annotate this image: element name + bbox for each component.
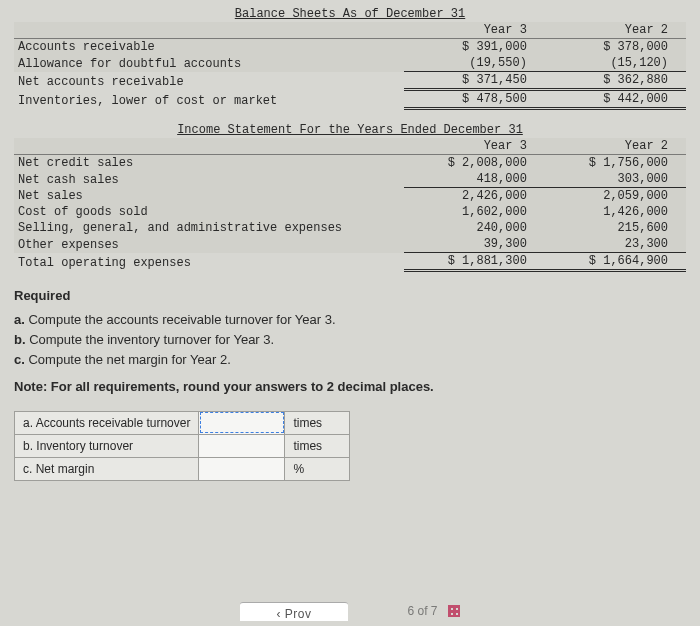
income-title: Income Statement For the Years Ended Dec…: [14, 122, 686, 138]
answer-input-cell[interactable]: [199, 457, 285, 480]
row-val: $ 2,008,000: [404, 155, 545, 172]
table-row: a. Accounts receivable turnover times: [15, 411, 350, 434]
balance-col-year2: Year 2: [545, 22, 686, 39]
answer-input-cell[interactable]: [199, 434, 285, 457]
row-val: $ 378,000: [545, 39, 686, 56]
row-label: Allowance for doubtful accounts: [14, 55, 404, 72]
page-indicator: 6 of 7: [408, 604, 460, 618]
income-statement-table: Income Statement For the Years Ended Dec…: [14, 122, 686, 272]
grid-icon[interactable]: [448, 605, 460, 617]
net-margin-input[interactable]: [199, 459, 284, 479]
answer-input-cell[interactable]: [199, 411, 285, 434]
row-val: 2,059,000: [545, 188, 686, 205]
row-label: Cost of goods sold: [14, 204, 404, 220]
row-label: Net cash sales: [14, 171, 404, 188]
ar-turnover-input[interactable]: [199, 413, 284, 433]
row-val: $ 1,756,000: [545, 155, 686, 172]
required-c: c. Compute the net margin for Year 2.: [14, 350, 686, 370]
row-val: 23,300: [545, 236, 686, 253]
balance-col-year3: Year 3: [404, 22, 545, 39]
answer-label: b. Inventory turnover: [15, 434, 199, 457]
balance-title: Balance Sheets As of December 31: [14, 6, 686, 22]
required-note: Note: For all requirements, round your a…: [14, 377, 686, 397]
row-label: Accounts receivable: [14, 39, 404, 56]
row-val: 1,602,000: [404, 204, 545, 220]
table-row: c. Net margin %: [15, 457, 350, 480]
income-col-year2: Year 2: [545, 138, 686, 155]
row-label: Net accounts receivable: [14, 72, 404, 90]
answer-unit: times: [285, 434, 350, 457]
required-block: Required a. a. Compute the accounts rece…: [14, 286, 686, 397]
row-label: Net sales: [14, 188, 404, 205]
answer-table: a. Accounts receivable turnover times b.…: [14, 411, 350, 481]
row-val: $ 1,881,300: [404, 253, 545, 271]
row-val: 418,000: [404, 171, 545, 188]
row-val: (15,120): [545, 55, 686, 72]
row-label: Net credit sales: [14, 155, 404, 172]
income-col-year3: Year 3: [404, 138, 545, 155]
answer-label: a. Accounts receivable turnover: [15, 411, 199, 434]
required-b: b. Compute the inventory turnover for Ye…: [14, 330, 686, 350]
required-a: a. a. Compute the accounts receivable tu…: [14, 310, 686, 330]
row-val: 215,600: [545, 220, 686, 236]
balance-sheets-table: Balance Sheets As of December 31 Year 3 …: [14, 6, 686, 110]
row-val: $ 442,000: [545, 90, 686, 109]
row-val: 303,000: [545, 171, 686, 188]
row-val: $ 391,000: [404, 39, 545, 56]
answer-label: c. Net margin: [15, 457, 199, 480]
row-val: $ 1,664,900: [545, 253, 686, 271]
footer: ‹ Prov 6 of 7: [0, 596, 700, 626]
row-val: (19,550): [404, 55, 545, 72]
row-val: $ 371,450: [404, 72, 545, 90]
prev-button[interactable]: ‹ Prov: [240, 602, 347, 621]
answer-unit: %: [285, 457, 350, 480]
answer-unit: times: [285, 411, 350, 434]
required-heading: Required: [14, 286, 686, 306]
row-val: $ 362,880: [545, 72, 686, 90]
row-label: Inventories, lower of cost or market: [14, 90, 404, 109]
row-val: 39,300: [404, 236, 545, 253]
row-val: 2,426,000: [404, 188, 545, 205]
table-row: b. Inventory turnover times: [15, 434, 350, 457]
row-label: Total operating expenses: [14, 253, 404, 271]
chevron-left-icon: ‹: [276, 607, 281, 621]
inventory-turnover-input[interactable]: [199, 436, 284, 456]
row-val: $ 478,500: [404, 90, 545, 109]
row-label: Other expenses: [14, 236, 404, 253]
row-val: 240,000: [404, 220, 545, 236]
row-val: 1,426,000: [545, 204, 686, 220]
row-label: Selling, general, and administrative exp…: [14, 220, 404, 236]
